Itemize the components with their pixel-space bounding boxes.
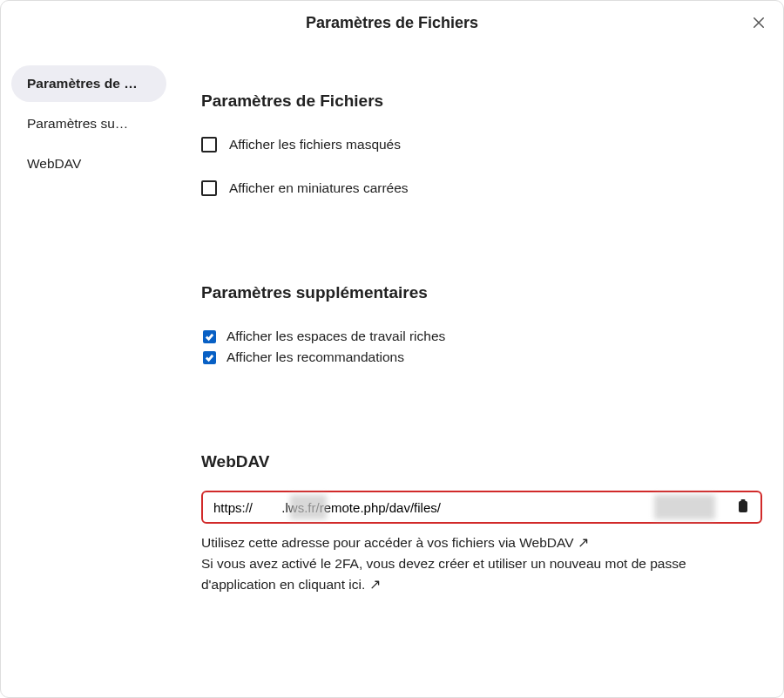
copy-button[interactable] [734, 498, 752, 517]
webdav-help: Utilisez cette adresse pour accéder à vo… [201, 532, 762, 553]
webdav-2fa-link[interactable]: Si vous avez activé le 2FA, vous devez c… [201, 556, 686, 592]
clipboard-icon [736, 498, 750, 517]
option-label: Afficher les fichiers masqués [229, 137, 401, 152]
option-square-thumbnails[interactable]: Afficher en miniatures carrées [201, 180, 762, 196]
section-title: WebDAV [201, 452, 762, 471]
close-icon [751, 15, 767, 33]
sidebar-item-label: WebDAV [27, 156, 81, 171]
modal-title: Paramètres de Fichiers [306, 14, 478, 32]
sidebar: Paramètres de … Paramètres su… WebDAV [1, 44, 175, 697]
sidebar-item-webdav[interactable]: WebDAV [11, 146, 166, 182]
option-label: Afficher les recommandations [226, 349, 404, 365]
svg-rect-1 [741, 499, 746, 502]
main-panel: Paramètres de Fichiers Afficher les fich… [175, 44, 783, 697]
checkbox-checked-icon [203, 351, 216, 364]
settings-modal: Paramètres de Fichiers Paramètres de … P… [0, 0, 784, 698]
webdav-url-input[interactable] [213, 500, 724, 515]
checkbox-checked-icon [203, 330, 216, 343]
section-title: Paramètres de Fichiers [201, 91, 762, 111]
section-files-settings: Paramètres de Fichiers Afficher les fich… [201, 91, 762, 196]
close-button[interactable] [748, 13, 769, 34]
option-rich-workspaces[interactable]: Afficher les espaces de travail riches [201, 329, 762, 344]
sidebar-item-files-settings[interactable]: Paramètres de … [11, 65, 166, 102]
option-label: Afficher les espaces de travail riches [226, 329, 445, 344]
section-webdav: WebDAV Utilisez cette adresse pour accéd… [201, 452, 762, 595]
option-recommendations[interactable]: Afficher les recommandations [201, 349, 762, 365]
section-title: Paramètres supplémentaires [201, 283, 762, 302]
sidebar-item-extra-settings[interactable]: Paramètres su… [11, 105, 166, 142]
checkbox-icon [201, 180, 217, 196]
webdav-url-field[interactable] [201, 491, 762, 524]
modal-header: Paramètres de Fichiers [1, 1, 783, 44]
sidebar-item-label: Paramètres su… [27, 116, 128, 131]
sidebar-item-label: Paramètres de … [27, 76, 138, 91]
svg-rect-0 [739, 501, 747, 512]
webdav-help: Si vous avez activé le 2FA, vous devez c… [201, 553, 762, 595]
option-label: Afficher en miniatures carrées [229, 180, 409, 196]
option-show-hidden-files[interactable]: Afficher les fichiers masqués [201, 137, 762, 152]
section-extra-settings: Paramètres supplémentaires Afficher les … [201, 283, 762, 365]
webdav-access-link[interactable]: Utilisez cette adresse pour accéder à vo… [201, 535, 589, 550]
modal-body: Paramètres de … Paramètres su… WebDAV Pa… [1, 44, 783, 697]
checkbox-icon [201, 137, 217, 152]
